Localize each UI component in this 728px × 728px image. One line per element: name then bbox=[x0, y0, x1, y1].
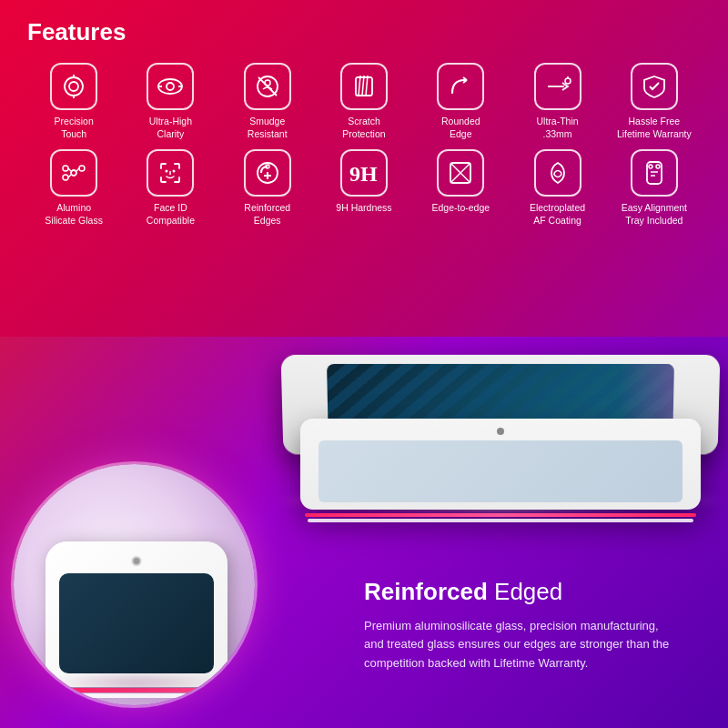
ultra-high-clarity-label: Ultra-HighClarity bbox=[149, 116, 192, 140]
reinforced-title-bold: Reinforced bbox=[364, 578, 488, 605]
features-heading: Features bbox=[27, 18, 701, 46]
features-row-2: AluminoSilicate Glass Face bbox=[27, 149, 701, 227]
ultra-thin-label: Ultra-Thin.33mm bbox=[537, 116, 579, 140]
9h-hardness-icon: 9H bbox=[340, 149, 388, 197]
svg-line-12 bbox=[359, 76, 360, 96]
camera-dot bbox=[497, 428, 504, 435]
feature-edge-to-edge: Edge-to-edge bbox=[414, 149, 507, 227]
circle-tablet-content bbox=[27, 523, 246, 687]
reinforced-title-normal: Edged bbox=[488, 578, 562, 605]
precision-touch-icon bbox=[50, 63, 97, 110]
circle-tablet-body bbox=[46, 541, 228, 687]
easy-alignment-icon bbox=[631, 149, 678, 197]
svg-point-20 bbox=[71, 170, 76, 176]
svg-point-23 bbox=[63, 175, 68, 180]
feature-reinforced-edges: ReinforcedEdges bbox=[221, 149, 314, 227]
svg-point-1 bbox=[69, 82, 78, 91]
reinforced-title: Reinforced Edged bbox=[364, 578, 673, 606]
svg-line-25 bbox=[76, 168, 79, 171]
edge-line-red bbox=[305, 513, 696, 517]
feature-smudge-resistant: SmudgeResistant bbox=[221, 63, 314, 140]
easy-alignment-label: Easy AlignmentTray Included bbox=[622, 202, 687, 227]
reinforced-edges-label: ReinforcedEdges bbox=[244, 202, 290, 227]
svg-point-18 bbox=[565, 78, 571, 84]
tablet-top-view bbox=[273, 346, 728, 528]
svg-point-40 bbox=[656, 165, 660, 168]
feature-ultra-thin: Ultra-Thin.33mm bbox=[511, 63, 603, 140]
top-features-section: Features PrecisionTouch bbox=[0, 0, 728, 337]
main-container: Features PrecisionTouch bbox=[0, 0, 728, 728]
svg-point-10 bbox=[265, 80, 270, 86]
feature-face-id: Face IDCompatible bbox=[124, 149, 217, 227]
edge-to-edge-label: Edge-to-edge bbox=[431, 202, 490, 215]
bottom-section: Reinforced Edged Premium aluminosilicate… bbox=[0, 337, 728, 728]
face-id-label: Face IDCompatible bbox=[147, 202, 195, 227]
9h-hardness-label: 9H Hardness bbox=[336, 202, 391, 215]
features-row-1: PrecisionTouch Ultra-HighClarity bbox=[27, 63, 701, 140]
hassle-free-icon bbox=[631, 63, 678, 110]
svg-point-39 bbox=[649, 165, 652, 168]
feature-9h-hardness: 9H 9H Hardness bbox=[318, 149, 410, 227]
svg-text:9H: 9H bbox=[349, 162, 378, 186]
circle-white-edge bbox=[58, 693, 215, 698]
feature-precision-touch: PrecisionTouch bbox=[27, 63, 120, 140]
edge-to-edge-icon bbox=[437, 149, 484, 197]
feature-rounded-edge: RoundedEdge bbox=[414, 63, 507, 140]
feature-scratch-protection: ScratchProtection bbox=[318, 63, 410, 140]
circle-reflection bbox=[46, 673, 228, 692]
rounded-edge-label: RoundedEdge bbox=[441, 116, 480, 140]
tablet-front-body bbox=[300, 419, 701, 510]
front-screen bbox=[318, 440, 682, 502]
svg-point-5 bbox=[167, 83, 174, 90]
circle-magnify bbox=[14, 464, 255, 705]
alumino-silicate-label: AluminoSilicate Glass bbox=[45, 202, 103, 227]
precision-touch-label: PrecisionTouch bbox=[55, 116, 94, 140]
smudge-resistant-label: SmudgeResistant bbox=[248, 116, 288, 140]
alumino-silicate-icon bbox=[50, 149, 97, 197]
ultra-thin-icon bbox=[534, 63, 581, 110]
feature-alumino-silicate: AluminoSilicate Glass bbox=[27, 149, 120, 227]
svg-line-13 bbox=[362, 76, 364, 96]
smudge-resistant-icon bbox=[244, 63, 291, 110]
svg-point-21 bbox=[63, 166, 68, 171]
circle-camera bbox=[134, 558, 140, 564]
svg-point-22 bbox=[79, 166, 85, 171]
svg-point-27 bbox=[166, 170, 168, 173]
hassle-free-label: Hassle FreeLifetime Warranty bbox=[617, 116, 692, 140]
svg-line-24 bbox=[68, 168, 71, 171]
electroplated-label: ElectroplatedAF Coating bbox=[530, 202, 585, 227]
circle-screen bbox=[59, 573, 214, 673]
edge-line-white bbox=[308, 519, 693, 522]
feature-ultra-high-clarity: Ultra-HighClarity bbox=[124, 63, 217, 140]
svg-line-14 bbox=[366, 76, 368, 96]
svg-point-0 bbox=[65, 77, 83, 96]
feature-hassle-free: Hassle FreeLifetime Warranty bbox=[608, 63, 701, 140]
reinforced-description: Premium aluminosilicate glass, precision… bbox=[364, 617, 673, 673]
ultra-high-clarity-icon bbox=[147, 63, 194, 110]
reinforced-edges-icon bbox=[244, 149, 291, 197]
svg-line-26 bbox=[68, 175, 71, 177]
scratch-protection-icon bbox=[340, 63, 388, 110]
scratch-protection-label: ScratchProtection bbox=[342, 116, 385, 140]
rounded-edge-icon bbox=[437, 63, 484, 110]
electroplated-icon bbox=[534, 149, 581, 197]
svg-point-28 bbox=[173, 170, 176, 173]
feature-electroplated: ElectroplatedAF Coating bbox=[511, 149, 603, 227]
feature-easy-alignment: Easy AlignmentTray Included bbox=[608, 149, 701, 227]
face-id-icon bbox=[147, 149, 194, 197]
bottom-text-area: Reinforced Edged Premium aluminosilicate… bbox=[364, 578, 673, 673]
